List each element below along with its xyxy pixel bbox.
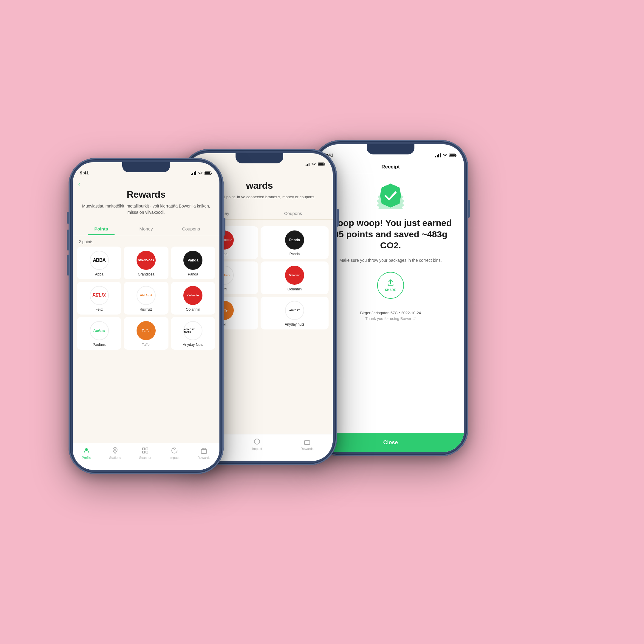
phone3-content: Receipt Woop woop! Yo: [317, 159, 464, 452]
brand-name-grandiosa: Grandiosa: [138, 272, 154, 276]
brand-logo-taffel: Taffel: [137, 321, 156, 340]
brand-name-panda: Panda: [188, 272, 198, 276]
phone2-nav-label-impact: Impact: [252, 447, 262, 451]
nav-item-rewards[interactable]: Rewards: [197, 446, 210, 459]
phone2-brand-panda[interactable]: Panda Panda: [261, 226, 329, 259]
brand-card-risifrutti[interactable]: Risi frutti Risifrutti: [124, 282, 168, 315]
brand-grid: ABBA Abba GRANDIOSA Grandiosa Panda Pand…: [73, 247, 219, 350]
nav-label-scanner: Scanner: [139, 456, 151, 459]
rewards-icon: [200, 446, 208, 455]
brand-card-grandiosa[interactable]: GRANDIOSA Grandiosa: [124, 247, 168, 279]
receipt-sub-text: Make sure you throw your packages in the…: [326, 257, 455, 264]
phone2-brand-oolannin[interactable]: Oolannin Oolannin: [261, 261, 329, 294]
close-label: Close: [383, 439, 398, 446]
phone3-wifi-icon: [442, 153, 448, 157]
phone2-logo-oolannin: Oolannin: [285, 266, 304, 285]
phone3-status-icons: [435, 153, 457, 157]
share-button[interactable]: SHARE: [377, 272, 404, 299]
signal-icon: [191, 171, 196, 175]
phone2-name-oolannin: Oolannin: [287, 287, 302, 291]
brand-name-oolannin: Oolannin: [186, 307, 200, 312]
brand-name-pauluns: Paulúns: [93, 343, 106, 347]
brand-card-pauluns[interactable]: Paulúns Paulúns: [77, 317, 121, 350]
svg-rect-16: [304, 441, 310, 445]
points-label: 2 points: [73, 235, 219, 247]
brand-name-risifrutti: Risifrutti: [140, 307, 152, 312]
brand-card-felix[interactable]: FELIX Felix: [77, 282, 121, 315]
phone3-battery-icon: [449, 153, 457, 157]
rewards-title: Rewards: [82, 189, 210, 200]
svg-point-15: [254, 439, 260, 444]
phone2-nav-label-rewards: Rewards: [301, 447, 313, 451]
brand-name-abba: Abba: [95, 272, 103, 276]
svg-point-3: [114, 449, 116, 451]
check-badge: [377, 182, 404, 209]
share-label: SHARE: [385, 288, 396, 292]
phone2-impact-icon: [253, 437, 261, 446]
brand-card-oolannin[interactable]: Oolannin Oolannin: [171, 282, 215, 315]
phone2-tab-coupons[interactable]: Coupons: [259, 207, 327, 219]
brand-card-taffel[interactable]: Taffel Taffel: [124, 317, 168, 350]
brand-logo-felix: FELIX: [90, 286, 109, 305]
svg-rect-10: [318, 163, 324, 165]
brand-logo-anyday: ANYDAY NUTS: [183, 321, 202, 340]
nav-item-stations[interactable]: Stations: [109, 446, 121, 459]
nav-label-profile: Profile: [82, 456, 91, 459]
phone3-signal-icon: [435, 153, 441, 157]
phone3-notch: [367, 144, 414, 154]
wifi-icon: [198, 171, 203, 175]
phone2-name-anyday: Anyday nuts: [285, 322, 304, 326]
svg-rect-1: [205, 172, 210, 174]
rewards-subtitle: Muoviastiat, maitotölkit, metallipurkit …: [82, 203, 210, 216]
phone1-screen: 9:41: [73, 162, 219, 470]
brand-logo-pauluns: Paulúns: [90, 321, 109, 340]
phone2-logo-anyday: ANYDAY: [285, 301, 304, 320]
phone2-status-icons: [306, 162, 326, 166]
phone2-battery-icon: [318, 162, 326, 166]
receipt-thank-you: Thank you for using Bower ♡: [326, 316, 455, 321]
receipt-main-text: Woop woop! You just earned 35 points and…: [326, 217, 455, 251]
brand-name-anyday: Anyday Nuts: [183, 343, 203, 347]
nav-label-stations: Stations: [109, 456, 121, 459]
brand-card-abba[interactable]: ABBA Abba: [77, 247, 121, 279]
scanner-icon: [141, 446, 149, 455]
nav-label-rewards: Rewards: [197, 456, 210, 459]
brand-logo-abba: ABBA: [90, 251, 109, 270]
nav-item-scanner[interactable]: Scanner: [139, 446, 151, 459]
phone1-status-icons: [191, 171, 212, 175]
receipt-header: Receipt: [317, 159, 464, 173]
phone2-logo-panda: Panda: [285, 230, 304, 250]
back-button[interactable]: ‹: [78, 180, 80, 188]
phones-container: 9:41: [54, 54, 590, 590]
nav-item-profile[interactable]: Profile: [82, 446, 91, 459]
tab-coupons[interactable]: Coupons: [168, 223, 213, 235]
brand-logo-panda: Panda: [183, 251, 202, 270]
phone2-nav-impact[interactable]: Impact: [252, 437, 262, 451]
nav-item-impact[interactable]: Impact: [169, 446, 179, 459]
svg-rect-6: [143, 451, 145, 453]
profile-icon: [82, 446, 91, 455]
receipt-body: Woop woop! You just earned 35 points and…: [317, 173, 464, 327]
svg-rect-5: [146, 448, 148, 450]
phone1-notch: [122, 162, 170, 172]
svg-rect-4: [143, 448, 145, 450]
phone1-content: ‹ Rewards Muoviastiat, maitotölkit, meta…: [73, 177, 219, 470]
phone2-nav-rewards[interactable]: Rewards: [301, 437, 313, 451]
verified-icon: [377, 182, 404, 209]
close-button[interactable]: Close: [317, 433, 464, 452]
brand-card-anyday[interactable]: ANYDAY NUTS Anyday Nuts: [171, 317, 215, 350]
svg-rect-7: [146, 451, 148, 453]
rewards-header: Rewards Muoviastiat, maitotölkit, metall…: [73, 177, 219, 220]
phone2-signal-icon: [306, 163, 309, 166]
svg-point-2: [85, 448, 88, 451]
phone1: 9:41: [69, 158, 224, 474]
tab-points[interactable]: Points: [79, 223, 124, 235]
brand-name-felix: Felix: [95, 307, 103, 312]
phone2-brand-anyday[interactable]: ANYDAY Anyday nuts: [261, 297, 329, 329]
phone3-screen: 9:41: [317, 144, 464, 452]
receipt-location: Birger Jarlsgatan 57C • 2022-10-24: [326, 311, 455, 315]
tab-money[interactable]: Money: [124, 223, 169, 235]
brand-card-panda[interactable]: Panda Panda: [171, 247, 215, 279]
share-icon: [386, 279, 395, 287]
rewards-tabs: Points Money Coupons: [73, 223, 219, 235]
